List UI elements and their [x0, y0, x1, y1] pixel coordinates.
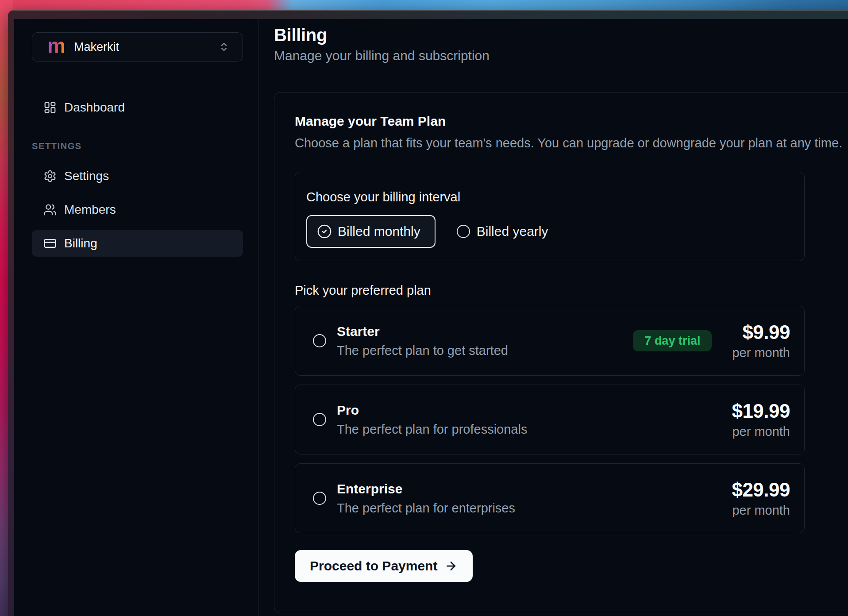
plan-period: per month — [732, 424, 790, 439]
billed-yearly-option[interactable]: Billed yearly — [457, 224, 548, 239]
plan-pricing: 7 day trial $9.99 per month — [633, 321, 790, 360]
arrow-right-icon — [444, 559, 458, 573]
sidebar-item-label: Members — [64, 203, 116, 217]
sidebar-item-members[interactable]: Members — [32, 196, 243, 223]
circle-check-icon — [317, 224, 332, 239]
page-subtitle: Manage your billing and subscription — [274, 48, 848, 63]
sidebar-item-label: Settings — [64, 169, 109, 183]
page-header: Billing Manage your billing and subscrip… — [274, 19, 848, 75]
price-block: $19.99 per month — [732, 400, 790, 439]
makerkit-logo-icon: m — [47, 35, 66, 56]
plan-picker-label: Pick your preferred plan — [295, 283, 848, 298]
plan-price: $9.99 — [732, 321, 790, 343]
plan-name: Enterprise — [337, 481, 515, 497]
plan-description: The perfect plan for enterprises — [337, 501, 515, 516]
plan-pricing: $19.99 per month — [732, 400, 790, 439]
sidebar-item-dashboard[interactable]: Dashboard — [32, 94, 243, 121]
plan-description: The perfect plan for professionals — [337, 422, 527, 437]
plan-name: Pro — [337, 403, 527, 418]
plan-card-enterprise[interactable]: Enterprise The perfect plan for enterpri… — [295, 463, 805, 533]
window-titlebar[interactable] — [8, 10, 848, 19]
radio-circle-icon — [457, 225, 470, 238]
plan-price: $29.99 — [732, 479, 790, 501]
billing-interval-options: Billed monthly Billed yearly — [306, 215, 804, 248]
window-left-edge — [8, 19, 14, 616]
workspace-switcher[interactable]: m Makerkit — [32, 32, 243, 62]
panel-subtitle: Choose a plan that fits your team's need… — [295, 136, 848, 150]
billed-yearly-label: Billed yearly — [477, 224, 548, 239]
plan-card-starter[interactable]: Starter The perfect plan to get started … — [295, 306, 805, 376]
plan-info: Pro The perfect plan for professionals — [337, 403, 527, 437]
sidebar-item-label: Dashboard — [64, 100, 125, 115]
plan-card-pro[interactable]: Pro The perfect plan for professionals $… — [295, 385, 805, 454]
plan-list: Starter The perfect plan to get started … — [295, 306, 848, 533]
window-body: m Makerkit Dashboard SETTINGS — [8, 19, 848, 616]
billing-interval-box: Choose your billing interval Billed mont… — [295, 172, 805, 261]
sidebar-item-label: Billing — [64, 236, 97, 250]
plan-price: $19.99 — [732, 400, 790, 422]
billing-interval-label: Choose your billing interval — [306, 190, 804, 204]
credit-card-icon — [43, 237, 57, 250]
proceed-to-payment-label: Proceed to Payment — [310, 558, 437, 574]
plan-pricing: $29.99 per month — [732, 479, 790, 518]
team-plan-panel: Manage your Team Plan Choose a plan that… — [274, 92, 848, 613]
chevrons-up-down-icon — [219, 42, 229, 52]
billed-monthly-option[interactable]: Billed monthly — [306, 215, 436, 248]
main-content: Billing Manage your billing and subscrip… — [259, 19, 848, 616]
price-block: $29.99 per month — [732, 479, 790, 518]
plan-info: Starter The perfect plan to get started — [337, 324, 508, 358]
trial-badge: 7 day trial — [633, 330, 712, 351]
sidebar-section-settings: SETTINGS — [32, 141, 243, 151]
radio-circle-icon[interactable] — [313, 492, 326, 505]
plan-info: Enterprise The perfect plan for enterpri… — [337, 481, 515, 516]
users-icon — [43, 203, 57, 216]
workspace-name: Makerkit — [74, 40, 119, 54]
panel-title: Manage your Team Plan — [295, 114, 848, 129]
sidebar-item-settings[interactable]: Settings — [32, 163, 243, 189]
radio-circle-icon[interactable] — [313, 413, 326, 426]
app-window: m Makerkit Dashboard SETTINGS — [8, 10, 848, 616]
sidebar-item-billing[interactable]: Billing — [32, 230, 243, 257]
billed-monthly-label: Billed monthly — [338, 224, 420, 239]
plan-name: Starter — [337, 324, 508, 339]
plan-description: The perfect plan to get started — [337, 343, 508, 358]
proceed-to-payment-button[interactable]: Proceed to Payment — [295, 550, 473, 582]
plan-period: per month — [732, 503, 790, 518]
price-block: $9.99 per month — [732, 321, 790, 360]
dashboard-icon — [43, 101, 57, 114]
gear-icon — [43, 169, 57, 183]
plan-period: per month — [732, 346, 790, 360]
sidebar: m Makerkit Dashboard SETTINGS — [14, 19, 259, 616]
radio-circle-icon[interactable] — [313, 334, 326, 347]
page-title: Billing — [274, 25, 848, 45]
